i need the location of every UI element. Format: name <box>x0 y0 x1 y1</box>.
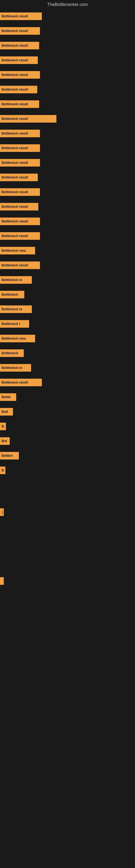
bar-row: Bottleneck result <box>0 129 135 138</box>
bar-row: Bottleneck result <box>0 217 135 226</box>
site-title: TheBottlenecker.com <box>0 0 135 9</box>
bar-row: Bottleneck <box>0 290 135 299</box>
bottleneck-bar: Bottleneck result <box>0 12 42 20</box>
bar-spacer <box>0 563 135 577</box>
bottleneck-bar: B <box>0 423 6 430</box>
bar-row: Bottleneck result <box>0 173 135 182</box>
bottleneck-bar: Bottleneck result <box>0 100 39 108</box>
bar-row: Bottlen <box>0 452 135 460</box>
bottleneck-bar: Bottleneck result <box>0 115 56 123</box>
bar-row: Bottleneck result <box>0 158 135 167</box>
bottleneck-bar: Bottlen <box>0 452 19 460</box>
bar-row: Bottleneck re <box>0 276 135 284</box>
bar-row: Bottleneck result <box>0 203 135 211</box>
bar-row: Bottleneck re <box>0 364 135 372</box>
bottleneck-bar: Bottleneck resu <box>0 247 35 254</box>
bottleneck-bar: Bottleneck result <box>0 188 40 196</box>
bottleneck-bar: Bottleneck result <box>0 203 38 211</box>
bottleneck-bar: Bottleneck re <box>0 305 32 313</box>
bottleneck-bar: Bottleneck result <box>0 379 42 386</box>
bottleneck-bar: Bot <box>0 437 10 445</box>
bar-row: Bottleneck result <box>0 27 135 35</box>
bar-spacer <box>0 550 135 563</box>
bottleneck-bar: Bottleneck resu <box>0 335 35 342</box>
bar-row: Bottleneck result <box>0 70 135 79</box>
bar-row: Bottleneck r <box>0 319 135 328</box>
bottleneck-bar: Bottleneck result <box>0 71 40 79</box>
bar-row: Bottleneck result <box>0 188 135 196</box>
bar-spacer <box>0 536 135 550</box>
bottleneck-bar: Bottleneck <box>0 291 24 299</box>
bar-spacer <box>0 480 135 494</box>
bar-spacer <box>0 522 135 536</box>
bar-row: Bottleneck result <box>0 12 135 21</box>
bar-row: Bottleneck result <box>0 56 135 65</box>
bottleneck-bar: Bottleneck result <box>0 218 40 225</box>
bar-row: Bottleneck resu <box>0 334 135 343</box>
bar-row: Bottleneck result <box>0 85 135 94</box>
bottleneck-bar: Bottleneck r <box>0 320 29 328</box>
bar-row: Bottle <box>0 393 135 401</box>
bottleneck-bar: Bottleneck result <box>0 42 39 50</box>
bottleneck-bar: Bottle <box>0 393 16 401</box>
bar-row: Bottleneck resu <box>0 246 135 255</box>
bottleneck-bar: Bottleneck <box>0 349 24 357</box>
bar-row <box>0 577 135 585</box>
bar-row: Bottleneck result <box>0 378 135 387</box>
bottleneck-bar: Bottleneck result <box>0 86 37 93</box>
bottleneck-bar: Bottleneck result <box>0 144 40 152</box>
bottleneck-bar: Bott <box>0 408 13 415</box>
bottleneck-bar: Bottleneck result <box>0 159 40 166</box>
bar-row: Bottleneck <box>0 349 135 358</box>
bar-row: Bottleneck result <box>0 115 135 123</box>
bottleneck-bar: Bottleneck result <box>0 56 38 64</box>
bar-row: B <box>0 422 135 431</box>
bottleneck-bar: | <box>0 508 4 516</box>
bar-row: Bott <box>0 407 135 416</box>
bar-row: Bottleneck result <box>0 100 135 108</box>
bar-spacer <box>0 494 135 508</box>
bottleneck-bar: Bottleneck result <box>0 174 38 181</box>
bottleneck-bar: Bottleneck result <box>0 232 40 240</box>
bars-container: Bottleneck resultBottleneck resultBottle… <box>0 9 135 594</box>
bar-row: Bottleneck result <box>0 144 135 152</box>
bar-row: Bottleneck result <box>0 261 135 270</box>
bottleneck-bar: Bottleneck result <box>0 261 40 269</box>
bar-row: Bottleneck result <box>0 41 135 50</box>
bottleneck-bar: B <box>0 467 5 474</box>
bottleneck-bar: Bottleneck result <box>0 130 40 137</box>
bar-row: B <box>0 466 135 475</box>
bottleneck-bar <box>0 577 4 585</box>
bar-row: Bottleneck result <box>0 231 135 240</box>
bar-row: | <box>0 508 135 517</box>
bar-row: Bottleneck re <box>0 305 135 314</box>
bottleneck-bar: Bottleneck result <box>0 27 40 35</box>
bottleneck-bar: Bottleneck re <box>0 276 32 284</box>
bar-row: Bot <box>0 437 135 445</box>
bottleneck-bar: Bottleneck re <box>0 364 31 372</box>
